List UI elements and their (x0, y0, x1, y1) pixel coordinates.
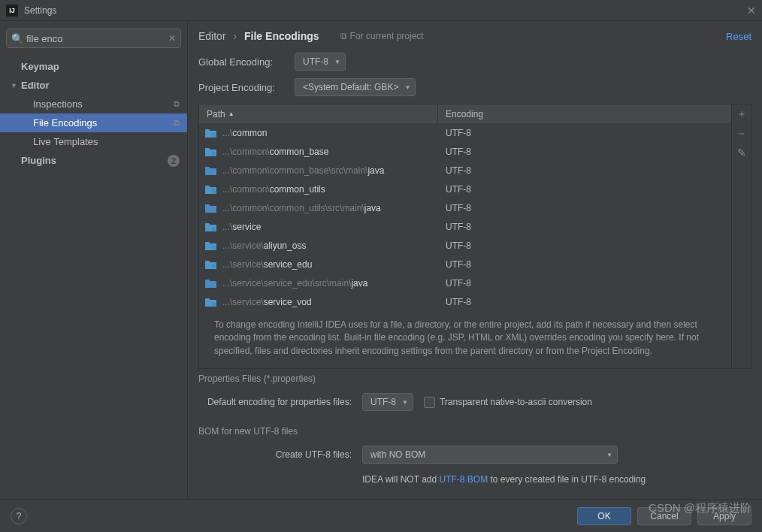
project-encoding-combo[interactable]: <System Default: GBK> ▼ (295, 78, 416, 96)
encoding-cell[interactable]: UTF-8 (438, 147, 731, 157)
sidebar: 🔍 ✕ Keymap▼EditorInspections⧉File Encodi… (0, 21, 188, 499)
table-row[interactable]: ...\common\common_baseUTF-8 (199, 142, 731, 161)
encoding-cell[interactable]: UTF-8 (438, 128, 731, 138)
folder-icon (205, 204, 216, 213)
table-row[interactable]: ...\common\common_utils\src\main\javaUTF… (199, 198, 731, 217)
svg-rect-4 (212, 246, 216, 249)
table-row[interactable]: ...\service\service_eduUTF-8 (199, 255, 731, 274)
path-cell: ...\service\service_edu (199, 259, 438, 270)
copy-icon: ⧉ (174, 99, 180, 109)
tree-item-label: Live Templates (33, 136, 180, 147)
tree-item-live-templates[interactable]: Live Templates (0, 132, 187, 151)
folder-icon (205, 241, 216, 250)
sort-asc-icon: ▲ (228, 110, 234, 117)
path-cell: ...\common\common_base (199, 147, 438, 157)
folder-icon (205, 279, 216, 288)
table-row[interactable]: ...\commonUTF-8 (199, 123, 731, 142)
clear-search-icon[interactable]: ✕ (168, 33, 176, 44)
path-cell: ...\service\aliyun_oss (199, 240, 438, 251)
cancel-button[interactable]: Cancel (637, 507, 691, 525)
checkbox-box-icon (424, 397, 435, 408)
content-pane: Editor › File Encodings ⧉ For current pr… (188, 21, 762, 499)
chevron-down-icon: ▼ (402, 399, 408, 406)
tree-item-plugins[interactable]: Plugins2 (0, 151, 187, 170)
path-cell: ...\service (199, 222, 438, 232)
utf8-bom-link[interactable]: UTF-8 BOM (439, 474, 488, 485)
encoding-table-wrap: Path ▲ Encoding ...\commonUTF-8...\commo… (198, 104, 751, 369)
project-encoding-label: Project Encoding: (198, 82, 295, 93)
folder-icon (205, 298, 216, 307)
svg-rect-6 (212, 302, 216, 306)
tree-arrow-icon: ▼ (11, 82, 20, 89)
properties-encoding-combo[interactable]: UTF-8 ▼ (362, 393, 413, 411)
table-toolbar: ＋ － ✎ (731, 104, 751, 368)
tree-item-editor[interactable]: ▼Editor (0, 76, 187, 95)
reset-link[interactable]: Reset (726, 31, 751, 42)
title-bar: IJ Settings ✕ (0, 0, 762, 21)
folder-icon (205, 128, 216, 138)
tree-item-file-encodings[interactable]: File Encodings⧉ (0, 113, 187, 132)
window-title: Settings (24, 5, 56, 16)
breadcrumb-parent[interactable]: Editor (198, 30, 226, 42)
help-button[interactable]: ? (11, 508, 27, 524)
bom-section-title: BOM for new UTF-8 files (198, 426, 751, 437)
copy-icon: ⧉ (174, 118, 180, 128)
table-row[interactable]: ...\serviceUTF-8 (199, 217, 731, 236)
encoding-cell[interactable]: UTF-8 (438, 165, 731, 176)
scope-label: ⧉ For current project (340, 31, 424, 41)
encoding-cell[interactable]: UTF-8 (438, 184, 731, 195)
table-row[interactable]: ...\common\common_utilsUTF-8 (199, 180, 731, 198)
tree-item-inspections[interactable]: Inspections⧉ (0, 95, 187, 113)
bom-combo[interactable]: with NO BOM ▼ (362, 446, 618, 464)
encoding-cell[interactable]: UTF-8 (438, 240, 731, 251)
encoding-cell[interactable]: UTF-8 (438, 203, 731, 213)
breadcrumb: Editor › File Encodings (198, 30, 319, 42)
svg-rect-3 (212, 227, 216, 231)
tree-item-keymap[interactable]: Keymap (0, 57, 187, 76)
table-row[interactable]: ...\service\aliyun_ossUTF-8 (199, 236, 731, 255)
svg-rect-1 (212, 152, 216, 156)
encoding-cell[interactable]: UTF-8 (438, 259, 731, 270)
close-icon[interactable]: ✕ (747, 5, 756, 17)
svg-rect-0 (212, 133, 216, 137)
global-encoding-combo[interactable]: UTF-8 ▼ (295, 53, 346, 71)
copy-icon: ⧉ (340, 31, 347, 41)
apply-button[interactable]: Apply (697, 507, 751, 525)
path-cell: ...\common\common_utils\src\main\java (199, 203, 438, 213)
properties-encoding-label: Default encoding for properties files: (198, 397, 362, 407)
dialog-footer: ? OK Cancel Apply (0, 499, 762, 532)
search-box[interactable]: 🔍 ✕ (6, 29, 181, 48)
bom-note: IDEA will NOT add UTF-8 BOM to every cre… (198, 474, 751, 485)
tree-item-label: Editor (21, 80, 180, 91)
encoding-cell[interactable]: UTF-8 (438, 278, 731, 289)
path-cell: ...\common (199, 128, 438, 138)
encoding-cell[interactable]: UTF-8 (438, 297, 731, 307)
ok-button[interactable]: OK (577, 507, 631, 525)
svg-rect-5 (212, 264, 216, 268)
table-row[interactable]: ...\service\service_vodUTF-8 (199, 292, 731, 311)
folder-icon (205, 147, 216, 156)
add-icon[interactable]: ＋ (736, 107, 747, 121)
chevron-down-icon: ▼ (404, 84, 410, 91)
encoding-table: Path ▲ Encoding ...\commonUTF-8...\commo… (199, 104, 731, 368)
bom-label: Create UTF-8 files: (198, 449, 362, 460)
encoding-hint-text: To change encoding IntelliJ IDEA uses fo… (199, 311, 731, 368)
chevron-down-icon: ▼ (606, 452, 612, 458)
path-column-header[interactable]: Path ▲ (199, 104, 438, 123)
search-input[interactable] (26, 33, 168, 44)
path-cell: ...\common\common_base\src\main\java (199, 165, 438, 176)
settings-tree: Keymap▼EditorInspections⧉File Encodings⧉… (0, 54, 187, 499)
encoding-column-header[interactable]: Encoding (438, 104, 731, 123)
tree-item-label: Inspections (33, 98, 174, 110)
properties-section-title: Properties Files (*.properties) (198, 373, 751, 384)
folder-icon (205, 222, 216, 231)
app-logo-icon: IJ (6, 5, 18, 17)
transparent-ascii-checkbox[interactable]: Transparent native-to-ascii conversion (424, 397, 592, 408)
folder-icon (205, 166, 216, 175)
table-row[interactable]: ...\service\service_edu\src\main\javaUTF… (199, 274, 731, 292)
encoding-cell[interactable]: UTF-8 (438, 222, 731, 232)
table-row[interactable]: ...\common\common_base\src\main\javaUTF-… (199, 161, 731, 180)
remove-icon[interactable]: － (736, 127, 747, 141)
edit-icon[interactable]: ✎ (737, 147, 746, 159)
breadcrumb-current: File Encodings (244, 30, 319, 42)
